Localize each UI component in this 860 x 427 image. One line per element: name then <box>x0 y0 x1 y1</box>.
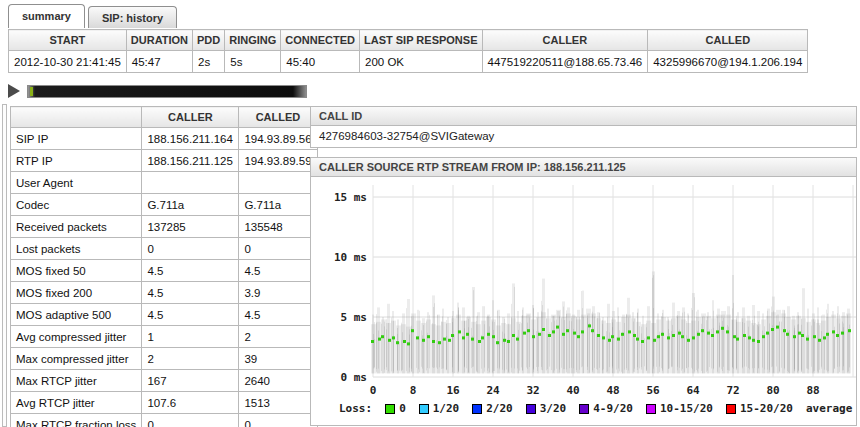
stat-value: 167 <box>142 370 239 392</box>
play-icon <box>8 84 20 98</box>
stat-value: 2 <box>142 348 239 370</box>
legend-swatch-icon <box>726 404 736 414</box>
stat-value: 137285 <box>142 216 239 238</box>
legend-item-label: 3/20 <box>540 402 567 415</box>
stat-value: 4.5 <box>239 304 317 326</box>
svg-text:0: 0 <box>370 384 377 397</box>
legend-item: 3/20 <box>526 402 567 415</box>
tab-summary[interactable]: summary <box>8 4 85 28</box>
stat-value: 39 <box>239 348 317 370</box>
summary-cell: 45:40 <box>281 51 360 73</box>
left-splitter-strip[interactable] <box>2 104 7 427</box>
table-row: MOS adaptive 5004.54.5 <box>11 304 318 326</box>
svg-text:88: 88 <box>806 384 819 397</box>
summary-column-header: RINGING <box>225 30 281 51</box>
stat-label: Avg compressed jitter <box>11 326 142 348</box>
table-row: User Agent <box>11 172 318 194</box>
stat-value: 0 <box>239 414 317 427</box>
table-row: Avg compressed jitter12 <box>11 326 318 348</box>
legend-trailing-text: average packet j <box>806 402 857 415</box>
legend-item: 1/20 <box>419 402 460 415</box>
play-button[interactable] <box>8 83 24 99</box>
stat-label: Max compressed jitter <box>11 348 142 370</box>
stat-label: Received packets <box>11 216 142 238</box>
stat-value: 0 <box>142 238 239 260</box>
legend-swatch-icon <box>472 404 482 414</box>
call-detail-panel: CALL ID 4276984603-32754@SVIGateway CALL… <box>310 106 857 426</box>
legend-item: 15-20/20 <box>726 402 793 415</box>
tab-sip-history[interactable]: SIP: history <box>88 6 177 28</box>
legend-swatch-icon <box>419 404 429 414</box>
legend-item-label: 2/20 <box>486 402 513 415</box>
legend-swatch-icon <box>385 404 395 414</box>
summary-table: STARTDURATIONPDDRINGINGCONNECTEDLAST SIP… <box>8 29 808 73</box>
summary-column-header: CALLED <box>648 30 808 51</box>
stat-value <box>142 172 239 194</box>
stat-label: MOS fixed 50 <box>11 260 142 282</box>
stat-value: 0 <box>142 414 239 427</box>
call-id-header: CALL ID <box>310 106 857 126</box>
svg-text:24: 24 <box>486 384 500 397</box>
svg-text:8: 8 <box>410 384 417 397</box>
legend-item-label: 4-9/20 <box>593 402 633 415</box>
summary-column-header: PDD <box>193 30 225 51</box>
progress-marker <box>30 87 33 96</box>
stat-value: 4.5 <box>239 260 317 282</box>
table-row: MOS fixed 504.54.5 <box>11 260 318 282</box>
stat-label: Avg RTCP jitter <box>11 392 142 414</box>
svg-text:64: 64 <box>686 384 700 397</box>
stats-header-row: CALLERCALLED <box>11 107 318 128</box>
summary-cell: 5s <box>225 51 281 73</box>
stat-value: 4.5 <box>142 304 239 326</box>
legend-label: Loss: <box>339 402 372 415</box>
call-id-value: 4276984603-32754@SVIGateway <box>310 126 857 148</box>
legend-item-label: 0 <box>399 402 406 415</box>
svg-text:10 ms: 10 ms <box>334 251 367 264</box>
rtp-stream-header: CALLER SOURCE RTP STREAM FROM IP: 188.15… <box>310 157 857 177</box>
summary-header-row: STARTDURATIONPDDRINGINGCONNECTEDLAST SIP… <box>9 30 808 51</box>
summary-data-row: 2012-10-30 21:41:4545:472s5s45:40200 OK4… <box>9 51 808 73</box>
stat-value: 2 <box>239 326 317 348</box>
svg-text:32: 32 <box>526 384 539 397</box>
summary-cell: 2012-10-30 21:41:45 <box>9 51 127 73</box>
svg-text:80: 80 <box>766 384 779 397</box>
table-row: Received packets137285135548 <box>11 216 318 238</box>
summary-cell: 45:47 <box>126 51 192 73</box>
stats-column-header: CALLED <box>239 107 317 128</box>
jitter-chart: 0 ms5 ms10 ms15 ms0816243240485664728088… <box>310 177 857 426</box>
stat-label: MOS adaptive 500 <box>11 304 142 326</box>
legend-swatch-icon <box>579 404 589 414</box>
svg-text:15 ms: 15 ms <box>334 191 367 204</box>
table-row: MOS fixed 2004.53.9 <box>11 282 318 304</box>
summary-column-header: DURATION <box>126 30 192 51</box>
stat-value <box>239 172 317 194</box>
svg-text:16: 16 <box>446 384 460 397</box>
legend-item: 2/20 <box>472 402 513 415</box>
stat-value: G.711a <box>239 194 317 216</box>
summary-column-header: CONNECTED <box>281 30 360 51</box>
progress-bar[interactable] <box>27 85 307 98</box>
stat-value: 188.156.211.125 <box>142 150 239 172</box>
stat-value: G.711a <box>142 194 239 216</box>
stat-label: Max RTCP jitter <box>11 370 142 392</box>
tab-bar: summary SIP: history <box>8 4 180 28</box>
table-row: Lost packets00 <box>11 238 318 260</box>
stat-value: 4.5 <box>142 282 239 304</box>
legend-item-label: 10-15/20 <box>660 402 713 415</box>
legend-item: 4-9/20 <box>579 402 633 415</box>
legend-item-label: 1/20 <box>433 402 460 415</box>
svg-text:72: 72 <box>726 384 739 397</box>
stat-label: Codec <box>11 194 142 216</box>
table-row: SIP IP188.156.211.164194.93.89.56 <box>11 128 318 150</box>
stat-value: 1 <box>142 326 239 348</box>
audio-player <box>8 83 307 99</box>
table-row: Max compressed jitter239 <box>11 348 318 370</box>
stat-value: 0 <box>239 238 317 260</box>
stats-column-header <box>11 107 142 128</box>
stat-value: 135548 <box>239 216 317 238</box>
stat-label: Lost packets <box>11 238 142 260</box>
summary-column-header: LAST SIP RESPONSE <box>360 30 483 51</box>
svg-text:48: 48 <box>606 384 619 397</box>
jitter-chart-canvas: 0 ms5 ms10 ms15 ms0816243240485664728088 <box>311 177 856 426</box>
table-row: Max RTCP jitter1672640 <box>11 370 318 392</box>
